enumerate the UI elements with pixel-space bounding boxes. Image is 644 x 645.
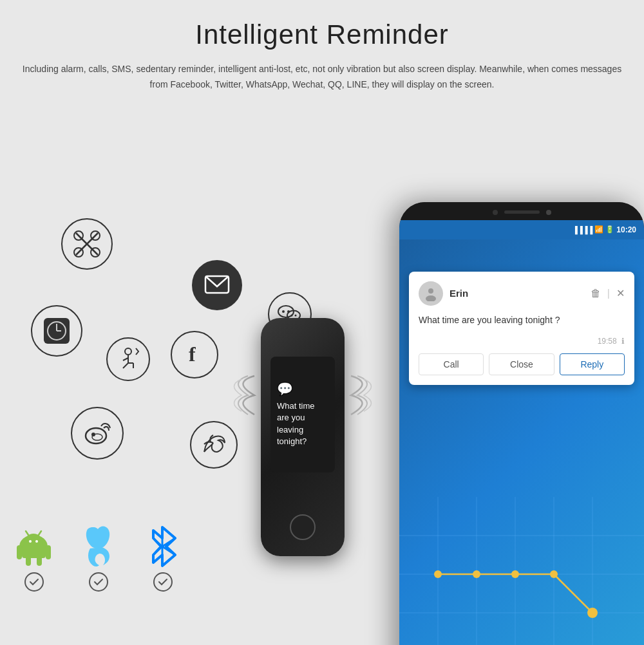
notif-message-text: What time are you leaving tonight ? (419, 313, 625, 327)
svg-point-21 (291, 314, 293, 316)
svg-point-28 (426, 295, 436, 301)
apple-icon (77, 524, 119, 569)
notif-top-actions: 🗑 | ✕ (591, 287, 625, 299)
status-icons: ▐▐▐▐ 📶 🔋 10:20 (573, 225, 636, 234)
twitter-icon (199, 430, 229, 460)
close-icon[interactable]: ✕ (616, 287, 625, 299)
alarm-icon-circle (31, 305, 82, 357)
bluetooth-icon (142, 524, 184, 569)
page-container: Intelligent Reminder Including alarm, ca… (0, 0, 644, 645)
header-section: Intelligent Reminder Including alarm, ca… (0, 0, 644, 99)
smart-band: 💬 What time are you leaving tonight? (251, 318, 354, 575)
svg-point-26 (92, 434, 102, 440)
avatar-icon (423, 286, 439, 301)
notif-buttons: Call Close Reply (419, 353, 625, 375)
phone-sensor (546, 210, 551, 215)
apple-group (77, 524, 119, 592)
phone-container: ▐▐▐▐ 📶 🔋 10:20 (399, 202, 644, 645)
sedentary-icon (114, 345, 142, 373)
phone-top-bar (399, 202, 644, 220)
phone-status-bar: ▐▐▐▐ 📶 🔋 10:20 (399, 220, 644, 239)
notif-header: Erin 🗑 | ✕ (419, 281, 625, 306)
svg-point-27 (428, 288, 433, 294)
delete-icon[interactable]: 🗑 (591, 288, 601, 299)
band-screen-text: What time are you leaving tonight? (277, 400, 328, 447)
android-svg (13, 527, 55, 569)
band-home-button[interactable] (290, 514, 316, 540)
page-title: Intelligent Reminder (19, 19, 625, 50)
call-button[interactable]: Call (419, 353, 484, 375)
antilost-icon-circle (61, 218, 113, 270)
twitter-icon-circle (190, 421, 238, 469)
phone-body: ▐▐▐▐ 📶 🔋 10:20 (399, 202, 644, 645)
notification-card: Erin 🗑 | ✕ What time are you leaving ton… (409, 272, 634, 385)
status-time: 10:20 (616, 225, 636, 234)
svg-line-51 (26, 531, 28, 535)
apple-check-icon (93, 576, 104, 588)
weibo-icon (79, 415, 115, 451)
svg-rect-57 (22, 545, 46, 558)
svg-line-8 (123, 358, 128, 360)
band-body: 💬 What time are you leaving tonight? (261, 318, 345, 556)
reply-button[interactable]: Reply (560, 353, 625, 375)
bluetooth-svg (142, 524, 184, 569)
svg-text:f: f (189, 342, 196, 366)
facebook-icon-circle: f (171, 331, 218, 379)
signal-icon: ▐▐▐▐ (573, 226, 592, 234)
close-button[interactable]: Close (489, 353, 554, 375)
svg-line-65 (153, 547, 162, 555)
grid-pattern (399, 497, 644, 645)
bluetooth-check-badge (153, 572, 173, 592)
apple-svg (77, 524, 119, 569)
bluetooth-group (142, 524, 184, 592)
notif-sender-area: Erin (419, 281, 591, 306)
vibration-left (225, 369, 258, 421)
svg-line-63 (162, 555, 175, 566)
grid-svg (399, 497, 644, 645)
svg-line-52 (39, 531, 41, 535)
vibration-left-icon (225, 369, 258, 421)
android-icon (13, 527, 55, 569)
svg-point-24 (86, 428, 106, 444)
bluetooth-check-icon (157, 576, 169, 588)
notif-time: 19:58 ℹ (419, 337, 625, 346)
vibration-right-icon (348, 369, 380, 421)
subtitle-text: Including alarm, calls, SMS, sedentary r… (19, 62, 625, 93)
weibo-icon-circle (71, 407, 124, 460)
bottom-os-icons (13, 524, 184, 592)
antilost-icon (70, 227, 104, 261)
apple-check-badge (89, 572, 108, 592)
notif-avatar (419, 281, 443, 306)
svg-line-60 (162, 527, 175, 538)
wifi-icon: 📶 (594, 225, 603, 234)
content-area: f (0, 99, 644, 601)
message-icon-circle (192, 260, 242, 310)
phone-speaker (504, 210, 540, 214)
notif-time-flag: ℹ (621, 337, 625, 346)
svg-rect-54 (46, 545, 51, 559)
band-screen: 💬 What time are you leaving tonight? (270, 357, 335, 472)
svg-point-4 (125, 348, 131, 355)
phone-screen: Erin 🗑 | ✕ What time are you leaving ton… (399, 239, 644, 645)
svg-point-18 (282, 310, 285, 313)
svg-line-46 (554, 574, 592, 613)
android-check-badge (24, 572, 44, 592)
battery-icon: 🔋 (605, 225, 614, 234)
notif-sender-name: Erin (450, 288, 591, 299)
svg-point-49 (29, 540, 32, 543)
clock-icon (41, 315, 73, 347)
vibration-right (348, 369, 380, 421)
message-icon (202, 270, 232, 301)
android-group (13, 527, 55, 592)
svg-point-50 (35, 540, 38, 543)
band-chat-icon: 💬 (277, 381, 328, 397)
facebook-icon: f (180, 340, 209, 369)
sedentary-icon-circle (106, 337, 150, 381)
svg-line-6 (123, 363, 128, 368)
svg-marker-58 (153, 527, 175, 566)
svg-point-22 (295, 314, 297, 316)
svg-rect-53 (17, 545, 22, 559)
phone-camera (493, 210, 498, 215)
android-check-icon (28, 576, 40, 588)
svg-line-64 (153, 538, 162, 547)
